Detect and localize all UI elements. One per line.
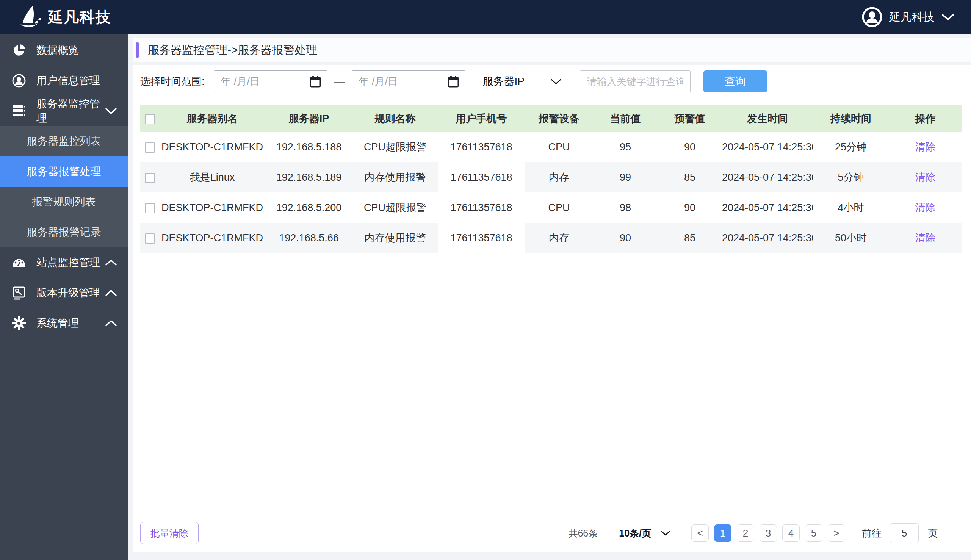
sidebar-subitem-alarm-rules[interactable]: 报警规则列表 [0, 187, 128, 217]
cell-device: CPU [525, 132, 593, 162]
row-checkbox[interactable] [145, 233, 155, 243]
cell-rule: CPU超限报警 [352, 132, 438, 162]
chevron-up-icon [105, 290, 117, 296]
search-type-select[interactable]: 服务器IP [483, 74, 562, 89]
server-monitor-submenu: 服务器监控列表 服务器报警处理 报警规则列表 服务器报警记录 [0, 126, 128, 247]
cell-ip: 192.168.5.188 [265, 132, 352, 162]
main-page: 服务器监控管理->服务器报警处理 选择时间范围: 年 /月/日 [128, 34, 971, 560]
pagination: 共66条 10条/页 < 1 2 3 4 5 > [568, 523, 938, 543]
cell-device: 内存 [525, 223, 593, 253]
filter-row: 选择时间范围: 年 /月/日 — [140, 70, 964, 92]
start-date-input[interactable]: 年 /月/日 [214, 70, 327, 92]
server-icon [12, 105, 27, 117]
goto-label: 前往 [862, 527, 882, 540]
sailboat-logo-icon [17, 5, 42, 30]
cell-current: 99 [593, 162, 657, 192]
column-header: 操作 [889, 105, 962, 132]
gear-icon [12, 316, 27, 330]
search-type-value: 服务器IP [483, 74, 524, 89]
sidebar-item-site-monitor[interactable]: 站点监控管理 [0, 247, 128, 278]
cell-duration: 50小时 [813, 223, 889, 253]
sidebar-item-system-manage[interactable]: 系统管理 [0, 308, 128, 338]
cell-time: 2024-05-07 14:25:36 [722, 192, 813, 223]
table-footer: 批量清除 共66条 10条/页 < 1 2 3 4 [140, 522, 938, 544]
clear-link[interactable]: 清除 [915, 232, 936, 243]
cell-phone: 17611357618 [438, 162, 525, 192]
breadcrumb-accent-bar [136, 42, 139, 58]
next-page-button[interactable]: > [828, 524, 845, 542]
cell-current: 95 [593, 132, 657, 162]
page-button-2[interactable]: 2 [737, 524, 754, 542]
cell-device: 内存 [525, 162, 593, 192]
user-menu[interactable]: 延凡科技 [862, 7, 954, 27]
cell-time: 2024-05-07 14:25:36 [722, 162, 813, 192]
page-button-1[interactable]: 1 [714, 524, 731, 542]
sidebar-item-label: 系统管理 [37, 316, 105, 330]
sidebar-item-label: 用户信息管理 [37, 73, 117, 88]
sidebar-item-label: 服务器监控管理 [37, 97, 105, 125]
goto-suffix: 页 [928, 527, 938, 540]
sidebar-subitem-monitor-list[interactable]: 服务器监控列表 [0, 126, 128, 157]
clear-link[interactable]: 清除 [915, 172, 936, 183]
column-header: 报警设备 [525, 105, 593, 132]
table-row: DESKTOP-C1RMFKD 192.168.5.200 CPU超限报警 17… [140, 192, 962, 223]
sidebar-item-label: 版本升级管理 [37, 286, 105, 300]
content-card: 选择时间范围: 年 /月/日 — [133, 65, 971, 552]
cell-duration: 25分钟 [813, 132, 889, 162]
clear-link[interactable]: 清除 [915, 202, 936, 213]
sidebar-item-version-upgrade[interactable]: 版本升级管理 [0, 278, 128, 308]
date-range-separator: — [334, 75, 345, 88]
cell-phone: 17611357618 [438, 223, 525, 253]
page-size-value: 10条/页 [619, 527, 651, 540]
cell-time: 2024-05-07 14:25:36 [722, 223, 813, 253]
page-size-select[interactable]: 10条/页 [619, 527, 670, 540]
sidebar-item-data-overview[interactable]: 数据概览 [0, 35, 128, 65]
batch-clear-button[interactable]: 批量清除 [140, 522, 199, 544]
table-row: 我是Linux 192.168.5.189 内存使用报警 17611357618… [140, 162, 962, 192]
column-header: 持续时间 [813, 105, 889, 132]
sidebar: 数据概览 用户信息管理 [0, 34, 128, 560]
end-date-input[interactable]: 年 /月/日 [352, 70, 465, 92]
page-button-5[interactable]: 5 [805, 524, 823, 542]
row-checkbox[interactable] [145, 142, 155, 153]
cell-time: 2024-05-07 14:25:36 [722, 132, 813, 162]
time-range-label: 选择时间范围: [140, 75, 205, 88]
chevron-down-icon [550, 78, 562, 85]
user-circle-icon [12, 73, 27, 88]
version-icon [12, 286, 27, 300]
total-count: 共66条 [568, 527, 598, 540]
app-root: 延凡科技 延凡科技 [0, 0, 971, 560]
cell-rule: 内存使用报警 [352, 223, 438, 253]
cell-current: 98 [593, 192, 657, 223]
row-checkbox[interactable] [145, 173, 155, 183]
sidebar-item-label: 站点监控管理 [37, 255, 105, 270]
clear-link[interactable]: 清除 [915, 141, 936, 153]
page-button-3[interactable]: 3 [759, 524, 777, 542]
calendar-icon[interactable] [310, 75, 321, 88]
cell-device: CPU [525, 192, 593, 223]
keyword-input[interactable] [580, 70, 691, 92]
prev-page-button[interactable]: < [691, 524, 709, 542]
submenu-item-label: 服务器监控列表 [27, 134, 101, 148]
submenu-item-label: 报警规则列表 [32, 195, 96, 209]
cell-threshold: 90 [657, 192, 722, 223]
sidebar-subitem-alarm-handling[interactable]: 服务器报警处理 [0, 157, 128, 187]
cell-ip: 192.168.5.189 [265, 162, 352, 192]
top-bar: 延凡科技 延凡科技 [0, 0, 971, 34]
column-header: 当前值 [593, 105, 657, 132]
sidebar-item-user-info[interactable]: 用户信息管理 [0, 65, 128, 96]
calendar-icon[interactable] [447, 75, 459, 88]
cell-threshold: 90 [657, 132, 722, 162]
page-button-4[interactable]: 4 [782, 524, 800, 542]
cell-threshold: 85 [657, 223, 722, 253]
goto-page-input[interactable] [890, 523, 919, 543]
avatar-icon [862, 7, 882, 27]
select-all-checkbox[interactable] [145, 114, 155, 124]
submenu-item-label: 服务器报警记录 [27, 225, 101, 240]
brand-title: 延凡科技 [48, 7, 112, 28]
sidebar-item-server-monitor[interactable]: 服务器监控管理 [0, 96, 128, 126]
cell-ip: 192.168.5.66 [265, 223, 352, 253]
row-checkbox[interactable] [145, 203, 155, 213]
search-button[interactable]: 查询 [703, 70, 767, 92]
sidebar-subitem-alarm-records[interactable]: 服务器报警记录 [0, 217, 128, 247]
